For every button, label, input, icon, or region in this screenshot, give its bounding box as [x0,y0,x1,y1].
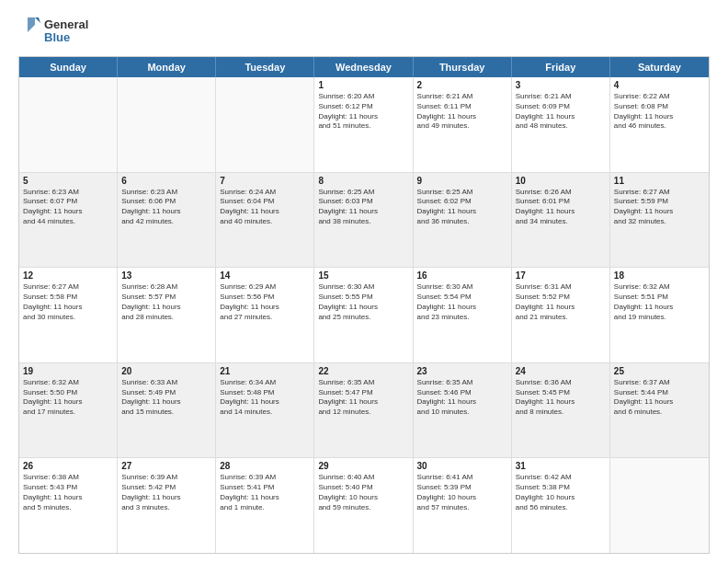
day-number: 29 [318,461,408,471]
cell-info: Sunrise: 6:38 AM Sunset: 5:43 PM Dayligh… [23,473,113,512]
cell-info: Sunrise: 6:30 AM Sunset: 5:55 PM Dayligh… [318,282,408,322]
calendar-cell: 29Sunrise: 6:40 AM Sunset: 5:40 PM Dayli… [314,458,413,553]
weekday-header: Monday [118,57,216,77]
calendar-cell [19,77,118,172]
day-number: 5 [23,176,113,186]
cell-info: Sunrise: 6:21 AM Sunset: 6:09 PM Dayligh… [516,92,606,132]
calendar-cell: 25Sunrise: 6:37 AM Sunset: 5:44 PM Dayli… [610,363,709,458]
cell-info: Sunrise: 6:21 AM Sunset: 6:11 PM Dayligh… [417,92,507,132]
calendar-row: 5Sunrise: 6:23 AM Sunset: 6:07 PM Daylig… [19,173,709,269]
day-number: 18 [614,270,705,281]
day-number: 24 [516,366,606,376]
calendar-cell: 19Sunrise: 6:32 AM Sunset: 5:50 PM Dayli… [19,363,118,458]
day-number: 11 [614,176,705,186]
day-number: 17 [516,270,606,281]
calendar-row: 12Sunrise: 6:27 AM Sunset: 5:58 PM Dayli… [19,268,709,363]
day-number: 3 [516,80,606,90]
day-number: 19 [23,366,113,376]
calendar-cell: 18Sunrise: 6:32 AM Sunset: 5:51 PM Dayli… [610,268,709,362]
logo-svg: General Blue [18,14,110,47]
calendar-cell: 2Sunrise: 6:21 AM Sunset: 6:11 PM Daylig… [414,77,512,172]
calendar-cell: 27Sunrise: 6:39 AM Sunset: 5:42 PM Dayli… [118,458,216,553]
cell-info: Sunrise: 6:29 AM Sunset: 5:56 PM Dayligh… [220,282,310,322]
calendar-cell: 21Sunrise: 6:34 AM Sunset: 5:48 PM Dayli… [216,363,314,458]
cell-info: Sunrise: 6:30 AM Sunset: 5:54 PM Dayligh… [417,282,507,322]
day-number: 10 [516,176,606,186]
day-number: 21 [220,366,310,376]
day-number: 9 [417,176,507,186]
cell-info: Sunrise: 6:28 AM Sunset: 5:57 PM Dayligh… [121,282,211,322]
cell-info: Sunrise: 6:24 AM Sunset: 6:04 PM Dayligh… [220,188,310,227]
weekday-header: Wednesday [314,57,413,77]
day-number: 4 [614,80,705,90]
day-number: 28 [220,461,310,471]
calendar-cell: 4Sunrise: 6:22 AM Sunset: 6:08 PM Daylig… [610,77,709,172]
calendar-cell: 9Sunrise: 6:25 AM Sunset: 6:02 PM Daylig… [414,173,512,268]
logo: General Blue [18,14,110,47]
cell-info: Sunrise: 6:39 AM Sunset: 5:42 PM Dayligh… [121,473,211,512]
calendar-cell: 20Sunrise: 6:33 AM Sunset: 5:49 PM Dayli… [118,363,216,458]
calendar-header: SundayMondayTuesdayWednesdayThursdayFrid… [19,57,709,77]
day-number: 25 [614,366,705,376]
cell-info: Sunrise: 6:20 AM Sunset: 6:12 PM Dayligh… [318,92,408,132]
cell-info: Sunrise: 6:36 AM Sunset: 5:45 PM Dayligh… [516,378,606,418]
day-number: 31 [516,461,606,471]
cell-info: Sunrise: 6:26 AM Sunset: 6:01 PM Dayligh… [516,188,606,227]
day-number: 2 [417,80,507,90]
day-number: 14 [220,270,310,281]
svg-marker-2 [35,17,40,23]
calendar-row: 26Sunrise: 6:38 AM Sunset: 5:43 PM Dayli… [19,458,709,553]
day-number: 7 [220,176,310,186]
weekday-header: Tuesday [216,57,314,77]
day-number: 20 [121,366,211,376]
day-number: 22 [318,366,408,376]
calendar-page: General Blue SundayMondayTuesdayWednesda… [0,0,728,563]
day-number: 1 [318,80,408,90]
calendar-cell: 3Sunrise: 6:21 AM Sunset: 6:09 PM Daylig… [512,77,610,172]
cell-info: Sunrise: 6:31 AM Sunset: 5:52 PM Dayligh… [516,282,606,322]
calendar-cell [216,77,314,172]
day-number: 8 [318,176,408,186]
cell-info: Sunrise: 6:33 AM Sunset: 5:49 PM Dayligh… [121,378,211,418]
calendar-cell: 7Sunrise: 6:24 AM Sunset: 6:04 PM Daylig… [216,173,314,268]
cell-info: Sunrise: 6:23 AM Sunset: 6:07 PM Dayligh… [23,188,113,227]
calendar-cell: 24Sunrise: 6:36 AM Sunset: 5:45 PM Dayli… [512,363,610,458]
calendar-cell: 16Sunrise: 6:30 AM Sunset: 5:54 PM Dayli… [414,268,512,362]
cell-info: Sunrise: 6:35 AM Sunset: 5:47 PM Dayligh… [318,378,408,418]
cell-info: Sunrise: 6:27 AM Sunset: 5:59 PM Dayligh… [614,188,705,227]
cell-info: Sunrise: 6:35 AM Sunset: 5:46 PM Dayligh… [417,378,507,418]
cell-info: Sunrise: 6:39 AM Sunset: 5:41 PM Dayligh… [220,473,310,512]
calendar-cell: 30Sunrise: 6:41 AM Sunset: 5:39 PM Dayli… [414,458,512,553]
day-number: 12 [23,270,113,281]
day-number: 26 [23,461,113,471]
calendar-cell: 14Sunrise: 6:29 AM Sunset: 5:56 PM Dayli… [216,268,314,362]
calendar-cell: 1Sunrise: 6:20 AM Sunset: 6:12 PM Daylig… [314,77,413,172]
svg-text:Blue: Blue [44,30,70,44]
calendar-cell [610,458,709,553]
calendar-row: 19Sunrise: 6:32 AM Sunset: 5:50 PM Dayli… [19,363,709,459]
day-number: 13 [121,270,211,281]
calendar-cell: 22Sunrise: 6:35 AM Sunset: 5:47 PM Dayli… [314,363,413,458]
cell-info: Sunrise: 6:23 AM Sunset: 6:06 PM Dayligh… [121,188,211,227]
weekday-header: Sunday [19,57,118,77]
calendar-cell: 23Sunrise: 6:35 AM Sunset: 5:46 PM Dayli… [414,363,512,458]
cell-info: Sunrise: 6:22 AM Sunset: 6:08 PM Dayligh… [614,92,705,132]
day-number: 6 [121,176,211,186]
cell-info: Sunrise: 6:34 AM Sunset: 5:48 PM Dayligh… [220,378,310,418]
day-number: 15 [318,270,408,281]
calendar-cell: 11Sunrise: 6:27 AM Sunset: 5:59 PM Dayli… [610,173,709,268]
weekday-header: Saturday [610,57,709,77]
calendar-cell [118,77,216,172]
cell-info: Sunrise: 6:40 AM Sunset: 5:40 PM Dayligh… [318,473,408,512]
calendar-cell: 15Sunrise: 6:30 AM Sunset: 5:55 PM Dayli… [314,268,413,362]
day-number: 23 [417,366,507,376]
calendar-cell: 28Sunrise: 6:39 AM Sunset: 5:41 PM Dayli… [216,458,314,553]
calendar-cell: 26Sunrise: 6:38 AM Sunset: 5:43 PM Dayli… [19,458,118,553]
header: General Blue [18,14,710,47]
day-number: 30 [417,461,507,471]
day-number: 16 [417,270,507,281]
cell-info: Sunrise: 6:41 AM Sunset: 5:39 PM Dayligh… [417,473,507,512]
calendar-cell: 31Sunrise: 6:42 AM Sunset: 5:38 PM Dayli… [512,458,610,553]
cell-info: Sunrise: 6:27 AM Sunset: 5:58 PM Dayligh… [23,282,113,322]
calendar-body: 1Sunrise: 6:20 AM Sunset: 6:12 PM Daylig… [19,77,709,553]
